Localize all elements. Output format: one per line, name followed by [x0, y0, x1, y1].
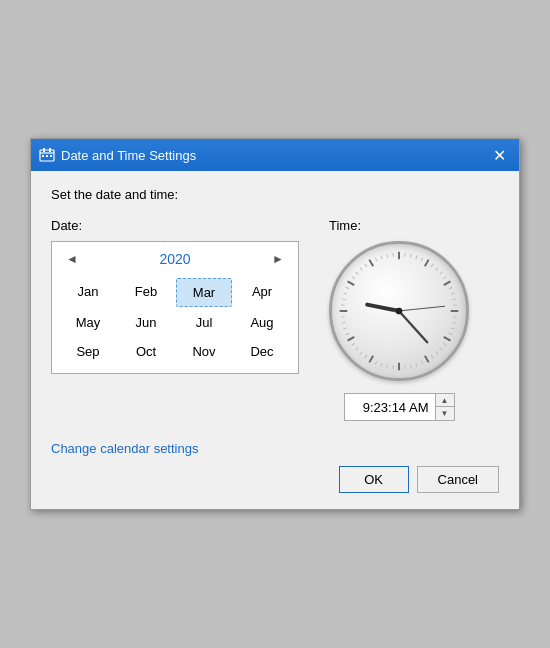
ok-button[interactable]: OK [339, 466, 409, 493]
svg-line-11 [444, 337, 451, 341]
svg-line-8 [425, 260, 429, 267]
svg-line-61 [360, 268, 363, 271]
month-cell-may[interactable]: May [60, 309, 116, 336]
dialog-window: Date and Time Settings ✕ Set the date an… [30, 138, 520, 510]
year-display: 2020 [159, 251, 190, 267]
svg-line-45 [381, 363, 382, 367]
minute-hand [399, 311, 427, 342]
clock-svg: // Inline tick generation not supported;… [332, 244, 466, 378]
svg-rect-6 [50, 155, 52, 157]
month-cell-oct[interactable]: Oct [118, 338, 174, 365]
svg-line-12 [425, 356, 429, 363]
svg-line-15 [348, 337, 355, 341]
hour-hand [367, 305, 399, 311]
month-cell-dec[interactable]: Dec [234, 338, 290, 365]
month-cell-nov[interactable]: Nov [176, 338, 232, 365]
svg-line-41 [410, 364, 411, 368]
svg-line-17 [348, 281, 355, 285]
svg-line-51 [346, 333, 349, 335]
svg-line-40 [416, 363, 417, 367]
svg-line-24 [436, 268, 439, 271]
month-cell-jan[interactable]: Jan [60, 278, 116, 307]
time-spin-down[interactable]: ▼ [436, 407, 454, 420]
svg-line-57 [343, 293, 347, 294]
svg-line-25 [440, 272, 443, 275]
svg-line-52 [343, 328, 347, 329]
svg-line-14 [369, 356, 373, 363]
calendar-icon [39, 147, 55, 163]
svg-line-20 [410, 254, 411, 258]
time-section: Time: // Inline tick generation not supp… [329, 218, 469, 421]
svg-line-9 [444, 281, 451, 285]
dialog-title: Date and Time Settings [61, 148, 196, 163]
svg-line-23 [431, 264, 433, 267]
month-cell-jul[interactable]: Jul [176, 309, 232, 336]
svg-line-34 [449, 333, 452, 335]
svg-line-28 [451, 293, 455, 294]
dialog-subtitle: Set the date and time: [51, 187, 499, 202]
month-cell-aug[interactable]: Aug [234, 309, 290, 336]
svg-line-33 [451, 328, 455, 329]
dialog-footer: Change calendar settings OK Cancel [31, 433, 519, 509]
month-cell-sep[interactable]: Sep [60, 338, 116, 365]
svg-line-58 [346, 287, 349, 289]
calendar-header: ◄ 2020 ► [60, 250, 290, 268]
svg-line-56 [342, 299, 346, 300]
svg-rect-3 [49, 148, 51, 152]
svg-line-29 [452, 299, 456, 300]
months-grid: JanFebMarAprMayJunJulAugSepOctNovDec [60, 278, 290, 365]
svg-line-36 [440, 348, 443, 351]
svg-rect-4 [42, 155, 44, 157]
svg-line-37 [436, 352, 439, 355]
clock-container: // Inline tick generation not supported;… [329, 241, 469, 421]
date-label: Date: [51, 218, 299, 233]
time-spin-up[interactable]: ▲ [436, 394, 454, 407]
clock-face: // Inline tick generation not supported;… [329, 241, 469, 381]
calendar: ◄ 2020 ► JanFebMarAprMayJunJulAugSepOctN… [51, 241, 299, 374]
svg-line-65 [387, 254, 388, 258]
svg-line-64 [381, 255, 382, 259]
svg-line-39 [421, 361, 423, 364]
svg-line-18 [369, 260, 373, 267]
time-label: Time: [329, 218, 469, 233]
svg-line-26 [443, 277, 446, 279]
svg-line-22 [421, 258, 423, 261]
svg-line-59 [352, 277, 355, 279]
svg-line-46 [375, 361, 377, 364]
prev-year-button[interactable]: ◄ [60, 250, 84, 268]
svg-line-53 [342, 322, 346, 323]
svg-line-27 [449, 287, 452, 289]
svg-line-49 [356, 348, 359, 351]
button-row: OK Cancel [51, 466, 499, 493]
svg-line-63 [375, 258, 377, 261]
svg-line-60 [356, 272, 359, 275]
spin-buttons: ▲ ▼ [435, 394, 454, 420]
time-input-row: ▲ ▼ [344, 393, 455, 421]
change-calendar-link[interactable]: Change calendar settings [51, 441, 499, 456]
clock-center-dot [396, 308, 403, 315]
next-year-button[interactable]: ► [266, 250, 290, 268]
title-bar: Date and Time Settings ✕ [31, 139, 519, 171]
svg-line-48 [360, 352, 363, 355]
svg-line-62 [365, 264, 367, 267]
month-cell-feb[interactable]: Feb [118, 278, 174, 307]
svg-line-35 [443, 343, 446, 345]
svg-line-21 [416, 255, 417, 259]
month-cell-apr[interactable]: Apr [234, 278, 290, 307]
main-area: Date: ◄ 2020 ► JanFebMarAprMayJunJulAugS… [51, 218, 499, 421]
svg-line-50 [352, 343, 355, 345]
svg-line-32 [452, 322, 456, 323]
svg-line-47 [365, 355, 367, 358]
time-input[interactable] [345, 397, 435, 418]
date-section: Date: ◄ 2020 ► JanFebMarAprMayJunJulAugS… [51, 218, 299, 374]
month-cell-mar[interactable]: Mar [176, 278, 232, 307]
svg-rect-5 [46, 155, 48, 157]
dialog-content: Set the date and time: Date: ◄ 2020 ► Ja… [31, 171, 519, 433]
svg-line-44 [387, 364, 388, 368]
close-button[interactable]: ✕ [487, 145, 511, 165]
month-cell-jun[interactable]: Jun [118, 309, 174, 336]
title-bar-left: Date and Time Settings [39, 147, 196, 163]
cancel-button[interactable]: Cancel [417, 466, 499, 493]
svg-rect-2 [43, 148, 45, 152]
svg-line-38 [431, 355, 433, 358]
